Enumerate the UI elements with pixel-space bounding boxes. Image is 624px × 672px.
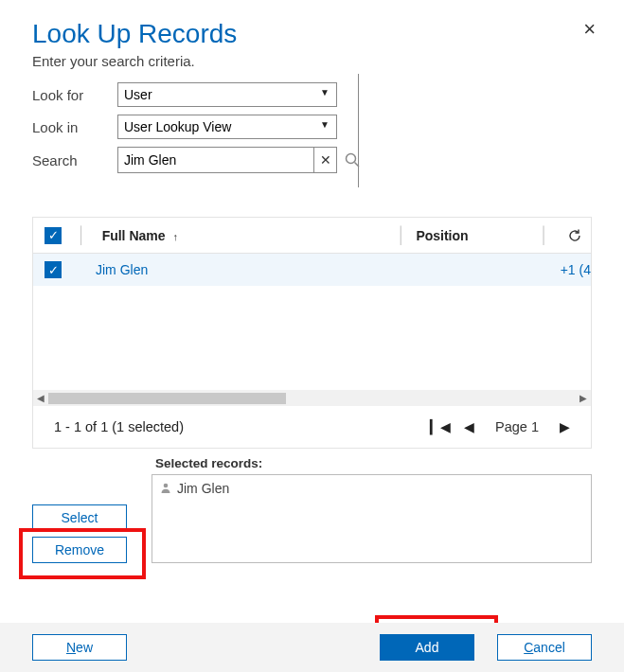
- search-label: Search: [32, 152, 117, 168]
- search-icon[interactable]: [339, 147, 365, 173]
- page-label: Page 1: [488, 419, 546, 434]
- column-header-fullname[interactable]: Full Name ↑: [97, 228, 387, 243]
- column-header-position[interactable]: Position: [416, 228, 529, 243]
- add-button[interactable]: Add: [380, 634, 474, 661]
- scroll-left-icon[interactable]: ◀: [33, 393, 48, 403]
- look-for-label: Look for: [32, 87, 117, 103]
- look-for-select[interactable]: User: [117, 82, 337, 107]
- dialog-button-bar: New Add Cancel: [0, 623, 624, 672]
- selected-records-box[interactable]: Jim Glen: [152, 474, 592, 563]
- record-count: 1 - 1 of 1 (1 selected): [54, 419, 430, 434]
- horizontal-scrollbar[interactable]: ◀ ▶: [33, 390, 591, 406]
- refresh-icon[interactable]: [559, 228, 591, 243]
- next-page-icon[interactable]: ▶: [560, 419, 570, 434]
- pager: ▎◀ ◀ Page 1 ▶: [430, 419, 570, 434]
- close-icon[interactable]: ×: [583, 17, 596, 42]
- prev-page-icon[interactable]: ◀: [464, 419, 474, 434]
- dialog-subtitle: Enter your search criteria.: [32, 53, 592, 69]
- scroll-right-icon[interactable]: ▶: [576, 393, 591, 403]
- table-row[interactable]: ✓ Jim Glen +1 (4: [33, 254, 591, 286]
- row-phone: +1 (4: [547, 262, 591, 277]
- row-checkbox[interactable]: ✓: [45, 261, 62, 278]
- selected-records-label: Selected records:: [155, 456, 592, 470]
- svg-point-2: [164, 483, 169, 487]
- grid-empty-space: [33, 286, 591, 390]
- dialog-title: Look Up Records: [32, 11, 592, 49]
- select-button[interactable]: Select: [32, 504, 127, 531]
- look-in-label: Look in: [32, 119, 117, 135]
- cancel-button[interactable]: Cancel: [497, 634, 592, 661]
- search-input[interactable]: [118, 151, 313, 168]
- form-divider: [358, 74, 359, 187]
- scrollbar-thumb[interactable]: [48, 393, 286, 404]
- row-fullname-link[interactable]: Jim Glen: [67, 262, 547, 277]
- grid-header: ✓ │ Full Name ↑ │ Position │: [33, 218, 591, 254]
- selected-item: Jim Glen: [160, 481, 583, 496]
- results-grid: ✓ │ Full Name ↑ │ Position │ ✓ Jim Glen …: [32, 217, 592, 449]
- svg-point-0: [347, 154, 356, 164]
- sort-asc-icon: ↑: [169, 231, 178, 242]
- lookup-dialog: × Look Up Records Enter your search crit…: [0, 0, 624, 563]
- grid-footer: 1 - 1 of 1 (1 selected) ▎◀ ◀ Page 1 ▶: [33, 406, 591, 448]
- clear-search-icon[interactable]: ✕: [313, 148, 336, 172]
- remove-button[interactable]: Remove: [32, 537, 127, 563]
- select-all-checkbox[interactable]: ✓: [45, 227, 62, 244]
- selected-item-name: Jim Glen: [177, 481, 229, 496]
- look-in-select[interactable]: User Lookup View: [117, 115, 337, 139]
- first-page-icon[interactable]: ▎◀: [430, 419, 451, 434]
- new-button[interactable]: New: [32, 634, 127, 661]
- person-icon: [160, 482, 171, 496]
